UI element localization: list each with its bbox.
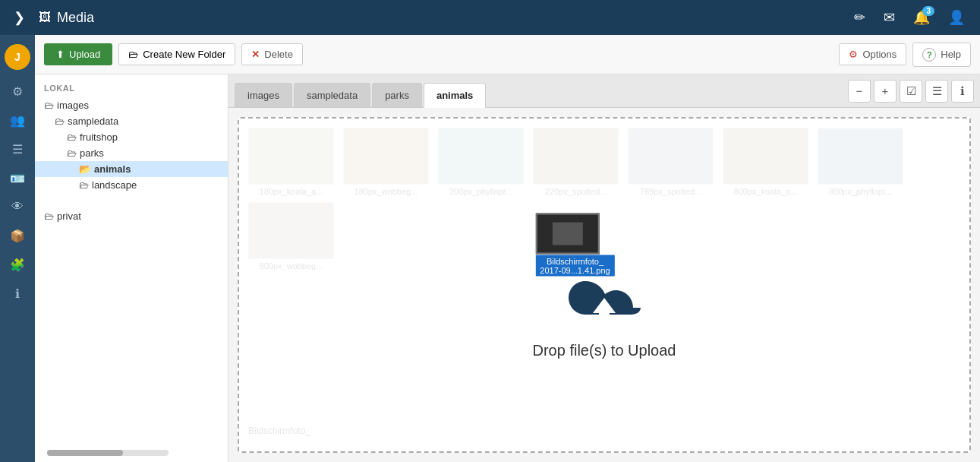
tab-sampledata[interactable]: sampledata xyxy=(294,83,370,107)
nav-chevron[interactable]: ❯ xyxy=(8,6,31,29)
folder-icon-images: 🗁 xyxy=(44,100,54,111)
folder-icon-privat: 🗁 xyxy=(44,210,54,222)
tree-scrollbar-area xyxy=(47,450,169,456)
notification-badge: 3 xyxy=(922,6,934,16)
tab-zoom-in-button[interactable]: + xyxy=(874,80,896,103)
tree-label-animals: animals xyxy=(94,163,131,175)
sidebar-item-eye[interactable]: 👁 xyxy=(2,193,33,220)
help-icon: ? xyxy=(922,48,936,62)
tree-label-sampledata: sampledata xyxy=(68,115,118,127)
upload-button[interactable]: ⬆ Upload xyxy=(44,43,112,65)
tree-item-sampledata[interactable]: 🗁 sampledata xyxy=(35,113,228,129)
sidebar-item-list[interactable]: ☰ xyxy=(2,135,33,163)
media-content: images sampledata parks animals − + ☑ ☰ … xyxy=(228,74,980,462)
sidebar-item-box[interactable]: 📦 xyxy=(2,222,33,249)
help-label: Help xyxy=(941,49,961,60)
drag-file-badge-line2: 2017-09...1.41.png xyxy=(540,266,610,275)
upload-label: Upload xyxy=(69,49,100,60)
tab-check-button[interactable]: ☑ xyxy=(900,80,922,103)
icon-sidebar: J ⚙ 👥 ☰ 🪪 👁 📦 🧩 ℹ xyxy=(0,35,35,462)
drag-file-preview: Bildschirmfoto_ 2017-09...1.41.png xyxy=(535,214,614,277)
tree-item-privat[interactable]: 🗁 privat xyxy=(35,208,228,224)
tree-label-images: images xyxy=(57,100,89,111)
sidebar-item-info[interactable]: ℹ xyxy=(2,280,33,307)
tree-label-landscape: landscape xyxy=(92,179,137,191)
folder-icon-landscape: 🗁 xyxy=(79,179,89,191)
delete-label: Delete xyxy=(264,49,293,60)
tab-images[interactable]: images xyxy=(235,83,292,107)
tree-item-animals[interactable]: 📂 animals xyxy=(35,161,228,177)
media-icon: 🖼 xyxy=(39,11,51,24)
options-icon: ⚙ xyxy=(849,49,858,60)
sidebar-item-puzzle[interactable]: 🧩 xyxy=(2,251,33,278)
tree-item-landscape[interactable]: 🗁 landscape xyxy=(35,177,228,193)
nav-actions: ✏ ✉ 🔔 3 👤 xyxy=(846,5,972,30)
tree-item-images[interactable]: 🗁 images xyxy=(35,97,228,113)
top-nav: ❯ 🖼 Media ✏ ✉ 🔔 3 👤 xyxy=(0,0,980,35)
page-title: Media xyxy=(57,10,94,26)
drop-text: Drop file(s) to Upload xyxy=(533,342,676,359)
tree-label-parks: parks xyxy=(80,147,104,159)
tree-item-parks[interactable]: 🗁 parks xyxy=(35,145,228,161)
options-button[interactable]: ⚙ Options xyxy=(839,43,906,65)
cloud-upload-icon xyxy=(562,271,646,336)
delete-icon: ✕ xyxy=(251,49,260,60)
tree-item-fruitshop[interactable]: 🗁 fruitshop xyxy=(35,129,228,145)
joomla-logo[interactable]: J xyxy=(5,44,30,70)
main-panel: ⬆ Upload 🗁 Create New Folder ✕ Delete ⚙ … xyxy=(35,35,980,462)
tab-list-button[interactable]: ☰ xyxy=(925,80,948,103)
folder-icon-fruitshop: 🗁 xyxy=(67,131,77,143)
nav-title-area: 🖼 Media xyxy=(39,10,839,26)
mail-button[interactable]: ✉ xyxy=(876,5,903,30)
media-body: LOKAL 🗁 images 🗁 sampledata 🗁 fruitshop xyxy=(35,74,980,462)
folder-icon-parks: 🗁 xyxy=(67,147,77,159)
sidebar-item-gear[interactable]: ⚙ xyxy=(2,78,33,105)
drop-zone[interactable]: 180px_koala_a... 180px_wobbeg... 200px_p… xyxy=(238,117,971,453)
tab-parks[interactable]: parks xyxy=(372,83,422,107)
drag-overlay: Bildschirmfoto_ 2017-09...1.41.png Drop … xyxy=(239,119,969,451)
tree-scrollbar-thumb[interactable] xyxy=(47,450,123,456)
new-folder-label: Create New Folder xyxy=(143,49,225,60)
tree-label-privat: privat xyxy=(57,210,81,222)
notification-button[interactable]: 🔔 3 xyxy=(906,5,937,30)
folder-icon-sampledata: 🗁 xyxy=(55,115,65,127)
file-tree-section-label: LOKAL xyxy=(35,81,228,97)
tabs-bar: images sampledata parks animals − + ☑ ☰ … xyxy=(228,74,980,108)
help-button[interactable]: ? Help xyxy=(912,43,971,67)
edit-button[interactable]: ✏ xyxy=(846,5,873,30)
options-label: Options xyxy=(862,49,896,60)
sidebar-item-card[interactable]: 🪪 xyxy=(2,164,33,191)
tree-label-fruitshop: fruitshop xyxy=(80,131,118,143)
tab-info-button[interactable]: ℹ xyxy=(951,80,974,103)
delete-button[interactable]: ✕ Delete xyxy=(241,43,303,65)
drag-file-thumb xyxy=(535,214,599,255)
content-area: J ⚙ 👥 ☰ 🪪 👁 📦 🧩 ℹ ⬆ Upload 🗁 Create New … xyxy=(0,35,980,462)
tabs-actions: − + ☑ ☰ ℹ xyxy=(848,80,974,103)
new-folder-button[interactable]: 🗁 Create New Folder xyxy=(118,43,235,65)
tab-animals[interactable]: animals xyxy=(424,83,486,108)
user-button[interactable]: 👤 xyxy=(941,5,972,30)
upload-icon: ⬆ xyxy=(56,49,65,60)
toolbar: ⬆ Upload 🗁 Create New Folder ✕ Delete ⚙ … xyxy=(35,35,980,74)
folder-icon-animals: 📂 xyxy=(79,163,91,175)
drag-file-badge: Bildschirmfoto_ 2017-09...1.41.png xyxy=(535,255,614,277)
drag-file-badge-line1: Bildschirmfoto_ xyxy=(540,257,610,266)
file-tree: LOKAL 🗁 images 🗁 sampledata 🗁 fruitshop xyxy=(35,74,228,462)
new-folder-icon: 🗁 xyxy=(128,49,138,60)
tab-zoom-out-button[interactable]: − xyxy=(848,80,871,103)
sidebar-item-users[interactable]: 👥 xyxy=(2,106,33,134)
